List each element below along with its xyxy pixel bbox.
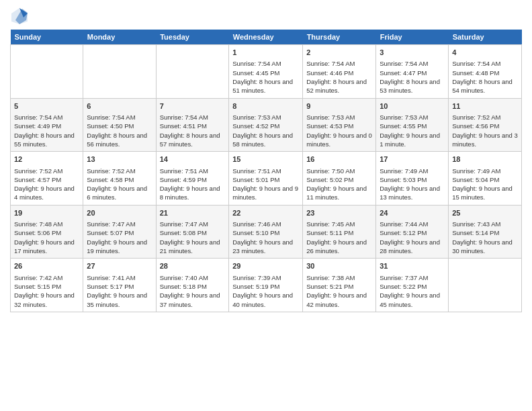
calendar-cell: 4Sunrise: 7:54 AM Sunset: 4:48 PM Daylig… bbox=[449, 45, 522, 99]
calendar-cell: 3Sunrise: 7:54 AM Sunset: 4:47 PM Daylig… bbox=[376, 45, 449, 99]
day-info: Sunrise: 7:53 AM Sunset: 4:53 PM Dayligh… bbox=[306, 113, 372, 148]
calendar-cell: 2Sunrise: 7:54 AM Sunset: 4:46 PM Daylig… bbox=[303, 45, 376, 99]
day-info: Sunrise: 7:54 AM Sunset: 4:48 PM Dayligh… bbox=[452, 59, 518, 95]
day-number: 20 bbox=[87, 208, 152, 218]
calendar-cell: 19Sunrise: 7:48 AM Sunset: 5:06 PM Dayli… bbox=[11, 205, 83, 259]
day-number: 1 bbox=[232, 48, 299, 58]
day-info: Sunrise: 7:39 AM Sunset: 5:19 PM Dayligh… bbox=[232, 273, 299, 309]
weekday-header-friday: Friday bbox=[376, 30, 449, 45]
day-number: 19 bbox=[14, 208, 79, 218]
day-info: Sunrise: 7:53 AM Sunset: 4:52 PM Dayligh… bbox=[232, 113, 299, 148]
weekday-header-thursday: Thursday bbox=[303, 30, 376, 45]
day-number: 14 bbox=[160, 154, 226, 165]
day-number: 22 bbox=[232, 208, 299, 218]
day-number: 29 bbox=[232, 261, 299, 271]
day-info: Sunrise: 7:52 AM Sunset: 4:56 PM Dayligh… bbox=[452, 113, 518, 148]
calendar-cell: 15Sunrise: 7:51 AM Sunset: 5:01 PM Dayli… bbox=[229, 152, 303, 205]
day-number: 7 bbox=[160, 101, 226, 111]
day-number: 17 bbox=[380, 154, 445, 165]
calendar-table: SundayMondayTuesdayWednesdayThursdayFrid… bbox=[10, 30, 522, 312]
day-number: 13 bbox=[87, 154, 152, 165]
calendar-cell: 13Sunrise: 7:52 AM Sunset: 4:58 PM Dayli… bbox=[83, 152, 156, 205]
day-number: 24 bbox=[380, 208, 445, 218]
calendar-cell: 14Sunrise: 7:51 AM Sunset: 4:59 PM Dayli… bbox=[156, 152, 229, 205]
day-number: 28 bbox=[160, 261, 226, 271]
day-info: Sunrise: 7:42 AM Sunset: 5:15 PM Dayligh… bbox=[14, 273, 79, 309]
calendar-cell: 9Sunrise: 7:53 AM Sunset: 4:53 PM Daylig… bbox=[303, 98, 376, 152]
day-number: 8 bbox=[232, 101, 299, 111]
week-row-1: 1Sunrise: 7:54 AM Sunset: 4:45 PM Daylig… bbox=[11, 45, 522, 99]
logo-icon bbox=[10, 7, 29, 26]
day-number: 15 bbox=[232, 154, 299, 165]
day-number: 16 bbox=[306, 154, 372, 165]
day-info: Sunrise: 7:37 AM Sunset: 5:22 PM Dayligh… bbox=[380, 273, 445, 309]
day-number: 25 bbox=[452, 208, 518, 218]
calendar-cell bbox=[83, 45, 156, 99]
calendar-cell bbox=[449, 259, 522, 312]
weekday-header-saturday: Saturday bbox=[449, 30, 522, 45]
calendar-cell: 8Sunrise: 7:53 AM Sunset: 4:52 PM Daylig… bbox=[229, 98, 303, 152]
week-row-4: 19Sunrise: 7:48 AM Sunset: 5:06 PM Dayli… bbox=[11, 205, 522, 259]
weekday-header-row: SundayMondayTuesdayWednesdayThursdayFrid… bbox=[11, 30, 522, 45]
day-number: 21 bbox=[160, 208, 226, 218]
day-info: Sunrise: 7:47 AM Sunset: 5:07 PM Dayligh… bbox=[87, 220, 152, 255]
day-info: Sunrise: 7:40 AM Sunset: 5:18 PM Dayligh… bbox=[160, 273, 226, 309]
calendar-cell: 7Sunrise: 7:54 AM Sunset: 4:51 PM Daylig… bbox=[156, 98, 229, 152]
week-row-2: 5Sunrise: 7:54 AM Sunset: 4:49 PM Daylig… bbox=[11, 98, 522, 152]
calendar-cell: 22Sunrise: 7:46 AM Sunset: 5:10 PM Dayli… bbox=[229, 205, 303, 259]
day-number: 27 bbox=[87, 261, 152, 271]
day-info: Sunrise: 7:49 AM Sunset: 5:04 PM Dayligh… bbox=[452, 167, 518, 202]
calendar-cell: 12Sunrise: 7:52 AM Sunset: 4:57 PM Dayli… bbox=[11, 152, 83, 205]
calendar-cell: 31Sunrise: 7:37 AM Sunset: 5:22 PM Dayli… bbox=[376, 259, 449, 312]
calendar-page: SundayMondayTuesdayWednesdayThursdayFrid… bbox=[0, 0, 532, 319]
day-number: 4 bbox=[452, 48, 518, 58]
calendar-cell bbox=[11, 45, 83, 99]
calendar-cell: 16Sunrise: 7:50 AM Sunset: 5:02 PM Dayli… bbox=[303, 152, 376, 205]
day-info: Sunrise: 7:53 AM Sunset: 4:55 PM Dayligh… bbox=[380, 113, 445, 148]
day-number: 11 bbox=[452, 101, 518, 111]
weekday-header-wednesday: Wednesday bbox=[229, 30, 303, 45]
calendar-cell: 20Sunrise: 7:47 AM Sunset: 5:07 PM Dayli… bbox=[83, 205, 156, 259]
day-number: 5 bbox=[14, 101, 79, 111]
day-info: Sunrise: 7:54 AM Sunset: 4:50 PM Dayligh… bbox=[87, 113, 152, 148]
header bbox=[10, 7, 522, 26]
day-number: 6 bbox=[87, 101, 152, 111]
weekday-header-sunday: Sunday bbox=[11, 30, 83, 45]
calendar-cell: 10Sunrise: 7:53 AM Sunset: 4:55 PM Dayli… bbox=[376, 98, 449, 152]
calendar-cell: 27Sunrise: 7:41 AM Sunset: 5:17 PM Dayli… bbox=[83, 259, 156, 312]
day-info: Sunrise: 7:54 AM Sunset: 4:47 PM Dayligh… bbox=[380, 59, 445, 95]
day-info: Sunrise: 7:52 AM Sunset: 4:57 PM Dayligh… bbox=[14, 167, 79, 202]
calendar-cell: 28Sunrise: 7:40 AM Sunset: 5:18 PM Dayli… bbox=[156, 259, 229, 312]
day-info: Sunrise: 7:38 AM Sunset: 5:21 PM Dayligh… bbox=[306, 273, 372, 309]
day-number: 18 bbox=[452, 154, 518, 165]
day-info: Sunrise: 7:45 AM Sunset: 5:11 PM Dayligh… bbox=[306, 220, 372, 255]
calendar-cell: 18Sunrise: 7:49 AM Sunset: 5:04 PM Dayli… bbox=[449, 152, 522, 205]
day-info: Sunrise: 7:54 AM Sunset: 4:45 PM Dayligh… bbox=[232, 59, 299, 95]
day-number: 23 bbox=[306, 208, 372, 218]
day-number: 3 bbox=[380, 48, 445, 58]
day-info: Sunrise: 7:41 AM Sunset: 5:17 PM Dayligh… bbox=[87, 273, 152, 309]
calendar-cell bbox=[156, 45, 229, 99]
weekday-header-monday: Monday bbox=[83, 30, 156, 45]
day-info: Sunrise: 7:51 AM Sunset: 5:01 PM Dayligh… bbox=[232, 167, 299, 202]
day-number: 12 bbox=[14, 154, 79, 165]
day-number: 31 bbox=[380, 261, 445, 271]
day-number: 26 bbox=[14, 261, 79, 271]
logo bbox=[10, 7, 30, 26]
day-info: Sunrise: 7:46 AM Sunset: 5:10 PM Dayligh… bbox=[232, 220, 299, 255]
calendar-cell: 11Sunrise: 7:52 AM Sunset: 4:56 PM Dayli… bbox=[449, 98, 522, 152]
calendar-cell: 1Sunrise: 7:54 AM Sunset: 4:45 PM Daylig… bbox=[229, 45, 303, 99]
day-info: Sunrise: 7:54 AM Sunset: 4:51 PM Dayligh… bbox=[160, 113, 226, 148]
day-info: Sunrise: 7:54 AM Sunset: 4:46 PM Dayligh… bbox=[306, 59, 372, 95]
week-row-3: 12Sunrise: 7:52 AM Sunset: 4:57 PM Dayli… bbox=[11, 152, 522, 205]
weekday-header-tuesday: Tuesday bbox=[156, 30, 229, 45]
day-info: Sunrise: 7:51 AM Sunset: 4:59 PM Dayligh… bbox=[160, 167, 226, 202]
day-info: Sunrise: 7:44 AM Sunset: 5:12 PM Dayligh… bbox=[380, 220, 445, 255]
day-info: Sunrise: 7:43 AM Sunset: 5:14 PM Dayligh… bbox=[452, 220, 518, 255]
week-row-5: 26Sunrise: 7:42 AM Sunset: 5:15 PM Dayli… bbox=[11, 259, 522, 312]
day-info: Sunrise: 7:50 AM Sunset: 5:02 PM Dayligh… bbox=[306, 167, 372, 202]
calendar-cell: 17Sunrise: 7:49 AM Sunset: 5:03 PM Dayli… bbox=[376, 152, 449, 205]
day-info: Sunrise: 7:47 AM Sunset: 5:08 PM Dayligh… bbox=[160, 220, 226, 255]
calendar-cell: 5Sunrise: 7:54 AM Sunset: 4:49 PM Daylig… bbox=[11, 98, 83, 152]
calendar-cell: 25Sunrise: 7:43 AM Sunset: 5:14 PM Dayli… bbox=[449, 205, 522, 259]
